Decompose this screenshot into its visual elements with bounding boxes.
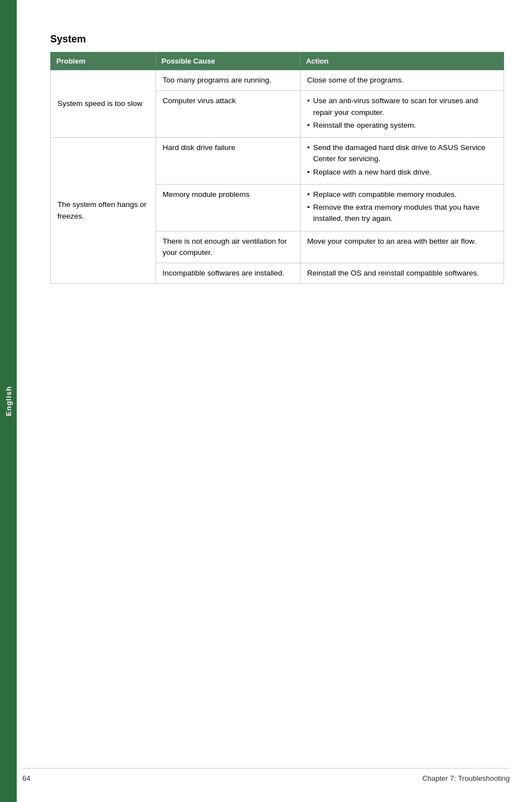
action-cell: Use an anti-virus software to scan for v… bbox=[300, 91, 504, 138]
section-title: System bbox=[50, 33, 504, 45]
chapter-label: Chapter 7: Troubleshooting bbox=[422, 774, 510, 782]
cause-cell: Hard disk drive failure bbox=[156, 138, 300, 185]
footer-divider bbox=[22, 768, 510, 769]
action-cell: Close some of the programs. bbox=[300, 70, 504, 91]
problem-cell-1: System speed is too slow bbox=[51, 70, 156, 138]
bullet-item: Remove the extra memory modules that you… bbox=[307, 202, 497, 225]
table-header-row: Problem Possible Cause Action bbox=[51, 52, 504, 70]
footer: 64 Chapter 7: Troubleshooting bbox=[22, 774, 510, 782]
cause-cell: There is not enough air ventilation for … bbox=[156, 231, 300, 263]
bullet-item: Reinstall the operating system. bbox=[307, 120, 497, 131]
action-cell: Send the damaged hard disk drive to ASUS… bbox=[300, 138, 504, 185]
table-row: The system often hangs or freezes.Hard d… bbox=[51, 138, 504, 185]
action-cell: Replace with compatible memory modules.R… bbox=[300, 184, 504, 231]
cause-cell: Memory module problems bbox=[156, 184, 300, 231]
main-content: System Problem Possible Cause Action Sys… bbox=[22, 0, 532, 328]
sidebar-language-label: English bbox=[4, 386, 13, 416]
bullet-item: Send the damaged hard disk drive to ASUS… bbox=[307, 142, 497, 165]
bullet-item: Use an anti-virus software to scan for v… bbox=[307, 95, 497, 118]
bullet-item: Replace with compatible memory modules. bbox=[307, 189, 497, 200]
bullet-item: Replace with a new hard disk drive. bbox=[307, 167, 497, 178]
action-cell: Reinstall the OS and reinstall compatibl… bbox=[300, 263, 504, 284]
sidebar: English bbox=[0, 0, 17, 802]
problem-cell-2: The system often hangs or freezes. bbox=[51, 138, 156, 284]
cause-cell: Incompatible softwares are installed. bbox=[156, 263, 300, 284]
header-cause: Possible Cause bbox=[156, 52, 300, 70]
cause-cell: Too many programs are running. bbox=[156, 70, 300, 91]
header-problem: Problem bbox=[51, 52, 156, 70]
header-action: Action bbox=[300, 52, 504, 70]
troubleshoot-table: Problem Possible Cause Action System spe… bbox=[50, 52, 504, 284]
table-row: System speed is too slowToo many program… bbox=[51, 70, 504, 91]
cause-cell: Computer virus attack bbox=[156, 91, 300, 138]
action-cell: Move your computer to an area with bette… bbox=[300, 231, 504, 263]
page-number: 64 bbox=[22, 774, 30, 782]
